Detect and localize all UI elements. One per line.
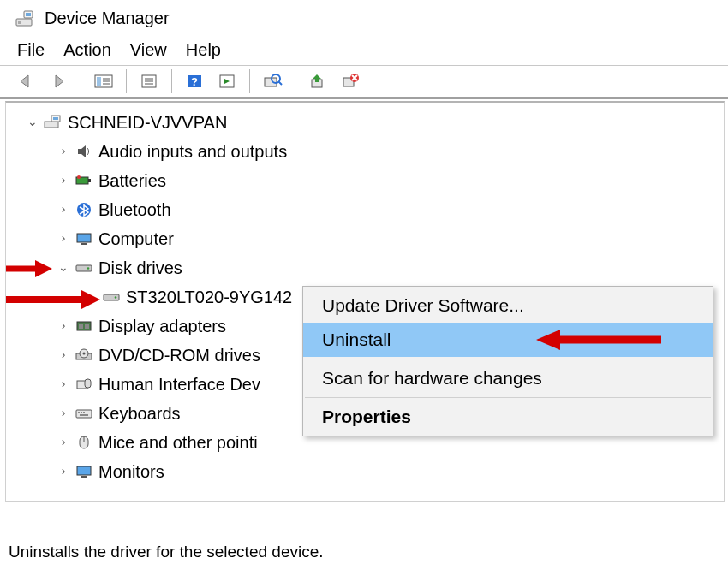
context-menu: Update Driver Software... Uninstall Scan… [302,286,713,436]
context-separator [305,397,711,398]
update-driver-button[interactable] [304,69,331,93]
svg-text:?: ? [191,75,198,88]
svg-rect-5 [97,77,101,86]
toolbar-separator [126,69,127,93]
monitor-icon [75,462,93,481]
back-button[interactable] [12,69,39,93]
svg-rect-3 [26,13,31,16]
monitor-icon [75,229,93,248]
context-item-label: Scan for hardware changes [322,368,542,388]
disk-drive-icon [75,258,93,277]
show-hide-console-button[interactable] [90,69,117,93]
window-title: Device Manager [45,9,170,28]
tree-node-disk-drives[interactable]: ⌄ Disk drives [16,253,724,282]
hid-icon [75,375,93,394]
tree-node-label: Keyboards [98,399,181,428]
bluetooth-icon [75,200,93,219]
tree-node-label: Computer [98,224,174,253]
svg-point-42 [83,353,86,355]
computer-root-icon [44,113,63,132]
chevron-down-icon[interactable]: ⌄ [27,112,39,133]
toolbar: ? [0,66,728,99]
menu-view[interactable]: View [130,40,167,60]
svg-rect-47 [81,412,82,413]
svg-rect-26 [53,117,58,120]
keyboard-icon [75,404,93,423]
svg-rect-53 [81,476,87,478]
context-update-driver[interactable]: Update Driver Software... [303,288,713,323]
help-button[interactable]: ? [181,69,208,93]
svg-rect-39 [85,324,89,329]
menu-help[interactable]: Help [186,40,221,60]
context-item-label: Properties [322,407,411,426]
chevron-right-icon[interactable]: › [57,461,69,482]
chevron-right-icon[interactable]: › [57,141,69,162]
tree-node-computer[interactable]: › Computer [16,224,724,253]
chevron-right-icon[interactable]: › [57,170,69,191]
optical-drive-icon [75,346,93,365]
svg-rect-44 [85,379,91,388]
scan-hardware-button[interactable] [259,69,286,93]
status-text: Uninstalls the driver for the selected d… [9,543,324,561]
menu-file[interactable]: File [17,40,45,60]
tree-node-batteries[interactable]: › Batteries [16,166,724,195]
context-scan-hardware[interactable]: Scan for hardware changes [303,361,713,395]
toolbar-separator [295,69,295,93]
forward-button[interactable] [45,69,72,93]
tree-node-label: ST320LT020-9YG142 [126,282,292,312]
battery-icon [75,171,93,190]
context-item-label: Uninstall [322,330,391,349]
mouse-icon [75,433,93,452]
device-manager-icon [15,10,36,27]
chevron-right-icon[interactable]: › [57,345,69,365]
chevron-down-icon[interactable]: ⌄ [57,258,69,278]
uninstall-device-button[interactable] [337,69,364,93]
svg-line-18 [278,81,282,85]
tree-node-label: Human Interface Dev [98,370,260,399]
svg-rect-28 [88,179,91,182]
context-uninstall[interactable]: Uninstall [303,323,713,357]
tree-node-label: Batteries [98,166,166,195]
svg-point-36 [115,296,117,299]
tree-root[interactable]: ⌄ SCHNEID-VJVVPAN [16,108,724,137]
svg-rect-31 [77,234,91,242]
svg-rect-45 [76,410,92,418]
tree-node-label: DVD/CD-ROM drives [98,341,260,370]
tree-node-audio[interactable]: › Audio inputs and outputs [16,137,724,166]
tree-node-monitors[interactable]: › Monitors [16,457,724,486]
context-separator [305,359,711,359]
tree-node-label: Disk drives [98,253,182,282]
chevron-right-icon[interactable]: › [57,432,69,453]
speaker-icon [75,142,93,161]
disk-drive-icon [102,288,121,306]
svg-rect-35 [104,294,119,300]
tree-node-label: Monitors [98,457,164,486]
titlebar: Device Manager [0,0,728,35]
chevron-right-icon[interactable]: › [57,199,69,220]
svg-rect-38 [79,324,83,329]
chevron-right-icon[interactable]: › [57,316,69,336]
chevron-right-icon[interactable]: › [57,229,69,249]
tree-node-label: Bluetooth [98,195,171,224]
chevron-right-icon[interactable]: › [57,374,69,395]
svg-rect-32 [81,243,87,245]
svg-rect-48 [83,412,85,413]
statusbar: Uninstalls the driver for the selected d… [0,537,728,570]
tree-node-bluetooth[interactable]: › Bluetooth [16,195,724,224]
menu-action[interactable]: Action [63,40,111,60]
action-button[interactable] [213,69,241,93]
svg-rect-46 [78,412,80,413]
svg-point-34 [87,267,90,270]
svg-rect-49 [80,414,88,416]
display-adapter-icon [75,317,93,335]
tree-root-label: SCHNEID-VJVVPAN [68,108,227,137]
tree-node-label: Audio inputs and outputs [98,137,287,166]
device-tree-panel: ⌄ SCHNEID-VJVVPAN › Audio inputs and out… [5,101,725,502]
context-properties[interactable]: Properties [303,400,713,434]
properties-button[interactable] [135,69,163,93]
svg-rect-24 [45,122,58,128]
context-item-label: Update Driver Software... [322,295,524,315]
svg-rect-52 [77,466,91,475]
tree-node-label: Mice and other pointi [98,428,258,457]
chevron-right-icon[interactable]: › [57,403,69,424]
